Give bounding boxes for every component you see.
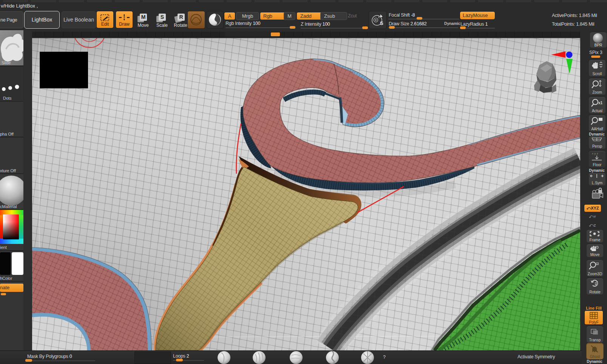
svg-text:x y z: x y z — [592, 152, 598, 155]
svg-text:S: S — [380, 20, 383, 26]
svg-text:x1: x1 — [598, 101, 603, 105]
